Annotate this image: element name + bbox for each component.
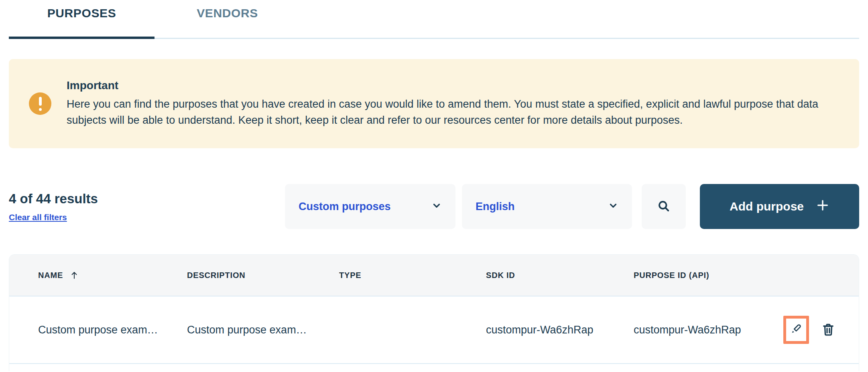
cell-name: Custom purpose exam… — [38, 324, 187, 336]
banner-body-text: Here you can find the purposes that you … — [67, 96, 831, 128]
chevron-down-icon — [431, 200, 442, 213]
chevron-down-icon — [608, 200, 618, 213]
column-header-purpose-id-api[interactable]: PURPOSE ID (API) — [634, 271, 775, 280]
search-icon — [657, 199, 671, 215]
column-header-description[interactable]: DESCRIPTION — [187, 271, 339, 280]
exclamation-circle-icon — [29, 92, 51, 115]
purpose-type-dropdown-value: Custom purposes — [299, 200, 391, 213]
plus-icon — [816, 198, 829, 215]
table-row: Custom purpose exam… Custom purpose exam… — [9, 296, 859, 363]
tab-purposes[interactable]: PURPOSES — [9, 0, 154, 38]
tab-vendors-label: VENDORS — [197, 6, 258, 20]
column-header-sdk-id[interactable]: SDK ID — [486, 271, 634, 280]
column-header-purpose-id-api-label: PURPOSE ID (API) — [634, 271, 709, 280]
column-header-type-label: TYPE — [339, 271, 361, 280]
important-banner: Important Here you can find the purposes… — [9, 59, 859, 148]
clear-all-filters-link[interactable]: Clear all filters — [9, 213, 67, 222]
add-purpose-button-label: Add purpose — [730, 200, 804, 213]
trash-icon — [821, 322, 835, 338]
tab-purposes-label: PURPOSES — [47, 6, 116, 20]
tabs-bar: PURPOSES VENDORS — [9, 0, 859, 39]
cell-sdk-id: custompur-Wa6zhRap — [486, 324, 634, 336]
purposes-table: NAME DESCRIPTION TYPE SDK ID PURPOSE ID … — [9, 254, 859, 371]
banner-title: Important — [67, 79, 831, 92]
row-actions — [775, 316, 859, 344]
column-header-name[interactable]: NAME — [38, 270, 187, 280]
column-header-name-label: NAME — [38, 271, 63, 280]
pencil-icon — [790, 322, 803, 338]
column-header-sdk-id-label: SDK ID — [486, 271, 515, 280]
column-header-type[interactable]: TYPE — [339, 271, 486, 280]
results-count: 4 of 44 results — [9, 191, 285, 206]
table-header-row: NAME DESCRIPTION TYPE SDK ID PURPOSE ID … — [9, 255, 859, 296]
add-purpose-button[interactable]: Add purpose — [700, 184, 859, 229]
results-block: 4 of 44 results Clear all filters — [9, 191, 285, 222]
tab-vendors[interactable]: VENDORS — [154, 0, 300, 38]
next-table-row-partial — [9, 363, 859, 371]
cell-description: Custom purpose exam… — [187, 324, 339, 336]
edit-purpose-button-highlighted[interactable] — [783, 316, 809, 344]
cell-purpose-id: custompur-Wa6zhRap — [634, 324, 775, 336]
language-dropdown[interactable]: English — [462, 184, 632, 229]
search-button[interactable] — [642, 184, 686, 229]
purpose-type-dropdown[interactable]: Custom purposes — [285, 184, 455, 229]
column-header-description-label: DESCRIPTION — [187, 271, 245, 280]
sort-ascending-arrow-icon[interactable] — [70, 270, 78, 280]
filters-toolbar: 4 of 44 results Clear all filters Custom… — [9, 184, 859, 229]
banner-content: Important Here you can find the purposes… — [67, 79, 831, 128]
delete-purpose-button[interactable] — [821, 322, 835, 338]
language-dropdown-value: English — [476, 200, 515, 213]
